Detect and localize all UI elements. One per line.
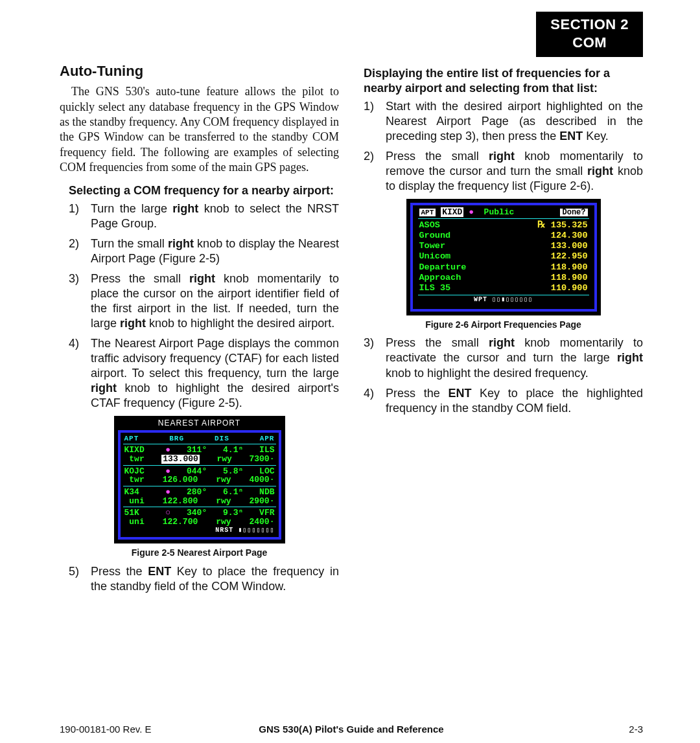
step-text: Turn the small right knob to display the… [91, 236, 339, 266]
gps-screen-nearest-airport: NEAREST AIRPORT APTBRGDISAPRKIXD ● 311° … [114, 416, 285, 543]
step-text: Press the ENT Key to place the frequency… [91, 564, 339, 594]
step-number: 1) [364, 99, 378, 144]
done-button[interactable]: Done? [560, 209, 587, 217]
section-title: COM [550, 34, 629, 52]
procedure-steps-2b: 3)Press the small right knob momentarily… [364, 336, 643, 415]
step-text: Press the ENT Key to place the highlight… [386, 386, 643, 416]
screen-body: APTBRGDISAPRKIXD ● 311° 4.1ⁿ ILS twr 133… [118, 430, 281, 540]
step-number: 2) [69, 236, 83, 266]
step-text: The Nearest Airport Page displays the co… [91, 336, 339, 411]
step-number: 1) [69, 201, 83, 231]
gps-screen-airport-freq: APT KIXD ● Public Done? ASOS℞ 135.325Gro… [406, 199, 601, 315]
step-number: 4) [364, 386, 378, 416]
section-tab: SECTION 2 COM [536, 12, 643, 57]
freq-row: ASOS℞ 135.325 [419, 220, 588, 231]
step-number: 5) [69, 564, 83, 594]
page-title: Auto-Tuning [60, 62, 339, 80]
screen-header: APT KIXD ● Public Done? [419, 208, 588, 217]
airport-symbol-icon: ● [469, 207, 474, 217]
right-column: Displaying the entire list of frequencie… [364, 62, 643, 704]
step-text: Press the small right knob momentarily t… [386, 149, 643, 194]
figure-2-6: APT KIXD ● Public Done? ASOS℞ 135.325Gro… [364, 199, 643, 330]
page-number: 2-3 [629, 723, 643, 735]
step: 5)Press the ENT Key to place the frequen… [69, 564, 339, 594]
freq-row: Tower133.000 [419, 241, 588, 251]
procedure-steps-1b: 5)Press the ENT Key to place the frequen… [69, 564, 339, 594]
step-number: 3) [364, 336, 378, 380]
left-column: Auto-Tuning The GNS 530's auto-tune feat… [60, 62, 339, 704]
airport-type: Public [484, 207, 515, 217]
section-number: SECTION 2 [550, 16, 629, 34]
procedure-heading-1: Selecting a COM frequency for a nearby a… [69, 183, 339, 198]
procedure-heading-2: Displaying the entire list of frequencie… [364, 66, 643, 95]
step: 4)The Nearest Airport Page displays the … [69, 336, 339, 411]
screen-body: APT KIXD ● Public Done? ASOS℞ 135.325Gro… [410, 203, 597, 311]
freq-row: Unicom122.950 [419, 251, 588, 262]
screen-title: NEAREST AIRPORT [118, 418, 281, 428]
step-number: 4) [69, 336, 83, 411]
page-footer: 190-00181-00 Rev. E GNS 530(A) Pilot's G… [60, 723, 643, 735]
apt-label: APT [419, 209, 436, 216]
figure-2-5: NEAREST AIRPORT APTBRGDISAPRKIXD ● 311° … [60, 416, 339, 558]
step-text: Press the small right knob momentarily t… [91, 271, 339, 331]
freq-row: Approach118.900 [419, 273, 588, 283]
procedure-steps-2a: 1)Start with the desired airport highlig… [364, 99, 643, 194]
step: 2)Press the small right knob momentarily… [364, 149, 643, 194]
step: 4)Press the ENT Key to place the highlig… [364, 386, 643, 416]
step: 3)Press the small right knob momentarily… [69, 271, 339, 331]
figure-caption-1: Figure 2-5 Nearest Airport Page [60, 547, 339, 559]
step: 2)Turn the small right knob to display t… [69, 236, 339, 266]
step: 1)Start with the desired airport highlig… [364, 99, 643, 144]
doc-number: 190-00181-00 Rev. E [60, 723, 151, 735]
freq-row: Departure118.900 [419, 262, 588, 273]
step-text: Press the small right knob momentarily t… [386, 336, 643, 380]
intro-paragraph: The GNS 530's auto-tune feature allows t… [60, 84, 339, 175]
figure-caption-2: Figure 2-6 Airport Frequencies Page [364, 319, 643, 331]
airport-ident: KIXD [441, 207, 463, 217]
page-group-indicator: WPT ▯▯▮▯▯▯▯▯▯ [419, 297, 588, 304]
frequency-rows: ASOS℞ 135.325Ground124.300Tower133.000Un… [419, 220, 588, 293]
procedure-steps-1: 1)Turn the large right knob to select th… [69, 201, 339, 411]
step: 3)Press the small right knob momentarily… [364, 336, 643, 380]
step: 1)Turn the large right knob to select th… [69, 201, 339, 231]
step-text: Start with the desired airport highlight… [386, 99, 643, 144]
step-number: 2) [364, 149, 378, 194]
step-text: Turn the large right knob to select the … [91, 201, 339, 231]
freq-row: ILS 35110.900 [419, 283, 588, 293]
freq-row: Ground124.300 [419, 231, 588, 241]
step-number: 3) [69, 271, 83, 331]
